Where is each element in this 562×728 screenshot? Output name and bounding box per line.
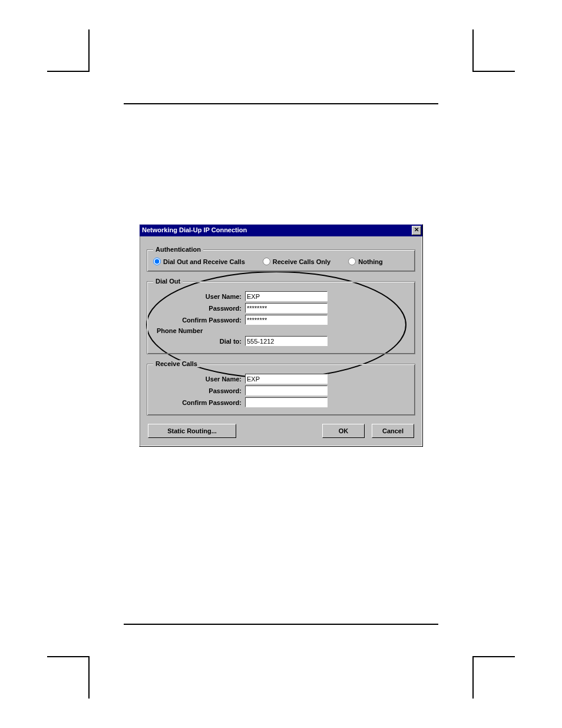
radio-nothing[interactable]: [348, 258, 356, 265]
auth-option-nothing[interactable]: Nothing: [348, 258, 383, 265]
dial-out-group: Dial Out User Name: Password: Confirm Pa…: [147, 278, 415, 354]
crop-mark-bl: [47, 656, 90, 699]
dialout-confirm-label: Confirm Password:: [153, 317, 245, 324]
authentication-legend: Authentication: [153, 246, 203, 253]
dialout-user-label: User Name:: [153, 293, 245, 300]
dialto-input[interactable]: [245, 336, 328, 346]
receive-confirm-input[interactable]: [245, 397, 328, 407]
crop-mark-br: [472, 656, 515, 699]
cancel-button[interactable]: Cancel: [372, 424, 414, 438]
dialog-networking-dialup: Networking Dial-Up IP Connection ✕ Authe…: [139, 224, 423, 447]
page-rule-bottom: [124, 624, 438, 625]
auth-option-dial-and-receive[interactable]: Dial Out and Receive Calls: [153, 258, 245, 265]
ok-button[interactable]: OK: [322, 424, 365, 438]
dialout-pass-input[interactable]: [245, 303, 328, 313]
auth-option-receive-only[interactable]: Receive Calls Only: [263, 258, 330, 265]
receive-confirm-label: Confirm Password:: [153, 399, 245, 406]
receive-pass-label: Password:: [153, 387, 245, 394]
radio-receive-only[interactable]: [263, 258, 270, 265]
dialog-title: Networking Dial-Up IP Connection: [142, 226, 247, 233]
auth-option-nothing-label: Nothing: [358, 258, 383, 265]
dialog-client-area: Authentication Dial Out and Receive Call…: [140, 236, 422, 446]
phone-number-label: Phone Number: [157, 327, 409, 334]
crop-mark-tl: [47, 29, 90, 72]
auth-option-dial-and-receive-label: Dial Out and Receive Calls: [163, 258, 245, 265]
close-icon[interactable]: ✕: [412, 226, 421, 235]
page-rule-top: [124, 103, 438, 104]
receive-calls-group: Receive Calls User Name: Password: Confi…: [147, 360, 415, 416]
dialto-label: Dial to:: [153, 338, 245, 345]
receive-user-input[interactable]: [245, 374, 328, 384]
dial-out-legend: Dial Out: [153, 278, 183, 285]
dialout-confirm-input[interactable]: [245, 315, 328, 325]
receive-user-label: User Name:: [153, 375, 245, 383]
button-row: Static Routing... OK Cancel: [147, 421, 415, 439]
authentication-group: Authentication Dial Out and Receive Call…: [147, 246, 415, 272]
receive-calls-legend: Receive Calls: [153, 360, 200, 367]
radio-dial-and-receive[interactable]: [153, 258, 161, 265]
auth-option-receive-only-label: Receive Calls Only: [273, 258, 330, 265]
titlebar[interactable]: Networking Dial-Up IP Connection ✕: [140, 225, 422, 236]
crop-mark-tr: [472, 29, 515, 72]
dialout-user-input[interactable]: [245, 291, 328, 301]
dialout-pass-label: Password:: [153, 305, 245, 312]
static-routing-button[interactable]: Static Routing...: [148, 424, 236, 438]
receive-pass-input[interactable]: [245, 386, 328, 396]
